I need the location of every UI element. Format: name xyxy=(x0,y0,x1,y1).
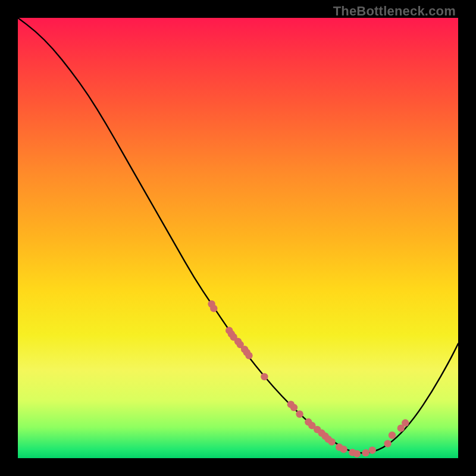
scatter-point xyxy=(369,447,376,454)
scatter-point xyxy=(261,373,268,380)
scatter-point xyxy=(245,352,252,359)
scatter-point xyxy=(353,450,361,457)
scatter-points-group xyxy=(208,300,409,458)
scatter-point xyxy=(362,449,369,456)
scatter-point xyxy=(328,438,335,445)
scatter-point xyxy=(384,440,391,447)
bottleneck-curve-path xyxy=(18,18,458,453)
scatter-point xyxy=(402,419,409,427)
chart-svg xyxy=(18,18,458,458)
scatter-point xyxy=(296,411,303,418)
scatter-point xyxy=(340,446,347,453)
plot-area xyxy=(18,18,458,458)
scatter-point xyxy=(389,431,396,439)
scatter-point xyxy=(290,404,298,411)
chart-stage: TheBottleneck.com xyxy=(0,0,476,476)
scatter-point xyxy=(210,305,217,312)
watermark-text: TheBottleneck.com xyxy=(333,4,456,19)
